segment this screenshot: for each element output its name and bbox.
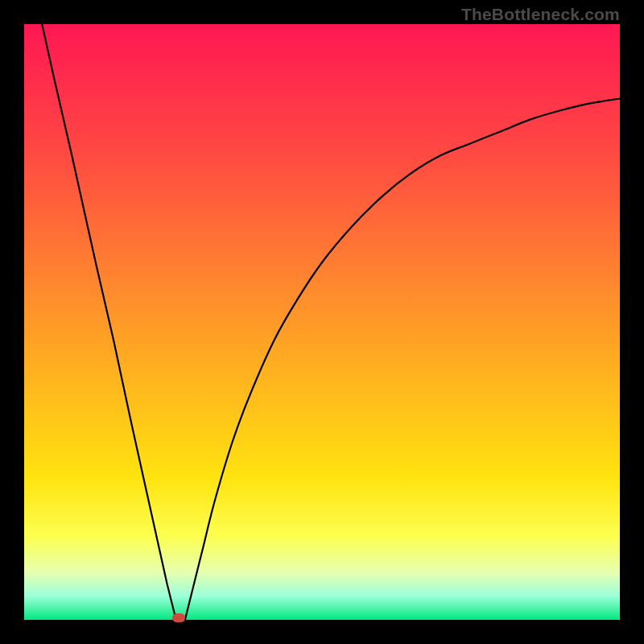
- bottleneck-curve: [24, 24, 620, 620]
- watermark-text: TheBottleneck.com: [461, 5, 620, 24]
- plot-area: [24, 24, 620, 620]
- chart-frame: TheBottleneck.com: [0, 0, 644, 644]
- min-marker: [172, 613, 185, 622]
